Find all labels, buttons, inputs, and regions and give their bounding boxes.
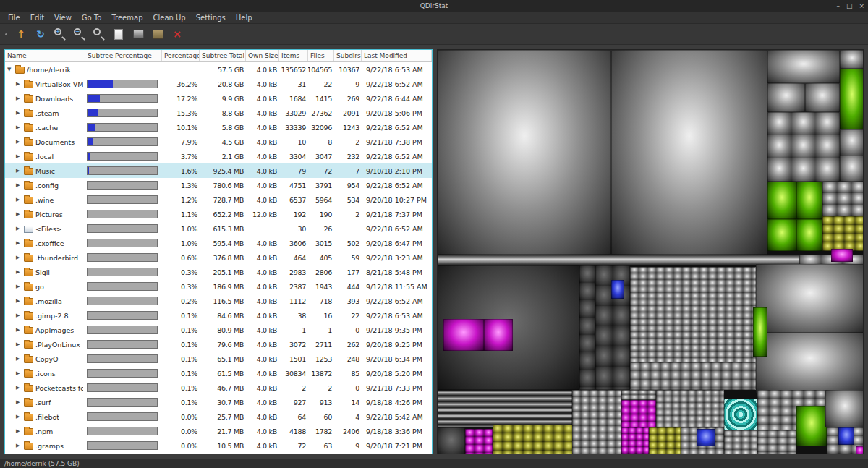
delete-icon[interactable]: ×	[171, 27, 184, 41]
file-icon[interactable]	[112, 27, 125, 41]
expander-icon[interactable]: ▶	[16, 327, 22, 333]
expander-icon[interactable]: ▶	[16, 269, 22, 275]
table-row-gimp-2-8[interactable]: ▶.gimp-2.80.1%84.6 MB4.0 kB3816229/22/18…	[5, 308, 432, 323]
treemap-block[interactable]	[767, 83, 805, 112]
package-icon[interactable]	[151, 27, 164, 41]
column-header-subdirs[interactable]: Subdirs	[334, 50, 362, 61]
treemap-block[interactable]	[630, 362, 756, 390]
table-row-go[interactable]: ▶go0.3%186.9 MB4.0 kB238719434449/12/18 …	[5, 279, 432, 294]
menu-go-to[interactable]: Go To	[77, 13, 107, 22]
table-row-steam[interactable]: ▶.steam15.3%8.8 GB4.0 kB330292736220919/…	[5, 106, 432, 120]
treemap-block[interactable]	[822, 216, 864, 251]
treemap-block[interactable]	[767, 182, 796, 219]
treemap-block[interactable]	[856, 446, 864, 454]
treemap-block[interactable]	[438, 390, 572, 427]
treemap-block[interactable]	[438, 50, 611, 255]
treemap-block[interactable]	[753, 307, 767, 357]
table-row-copyq[interactable]: ▶CopyQ0.1%65.1 MB4.0 kB150112532489/20/1…	[5, 352, 432, 366]
window-close-button[interactable]: ×	[859, 0, 864, 12]
treemap-block[interactable]	[649, 427, 681, 454]
treemap-block[interactable]	[840, 129, 864, 182]
table-row-mozilla[interactable]: ▶.mozilla0.2%116.5 MB4.0 kB11127183939/2…	[5, 294, 432, 308]
expander-icon[interactable]: ▶	[16, 399, 22, 405]
table-row-appimages[interactable]: ▶AppImages0.1%80.9 MB4.0 kB1109/21/18 9:…	[5, 323, 432, 337]
table-row-surf[interactable]: ▶.surf0.1%30.7 MB4.0 kB927913149/18/18 4…	[5, 395, 432, 409]
table-row-files[interactable]: ▶<Files>1.0%615.3 MB30269/22/18 6:52 AM	[5, 221, 432, 236]
table-row-cxoffice[interactable]: ▶.cxoffice1.0%595.4 MB4.0 kB360630155029…	[5, 236, 432, 250]
treemap-block[interactable]	[756, 264, 864, 333]
treemap-block[interactable]	[840, 69, 864, 129]
treemap-block[interactable]	[621, 400, 656, 427]
table-row-local[interactable]: ▶.local3.7%2.1 GB4.0 kB330430472329/22/1…	[5, 149, 432, 163]
expander-icon[interactable]: ▶	[16, 153, 22, 159]
treemap-block[interactable]	[484, 319, 513, 351]
column-header-subtree-percentage[interactable]: Subtree Percentage	[85, 50, 162, 61]
column-header-percentage[interactable]: Percentage▲	[162, 50, 200, 61]
expander-icon[interactable]: ▶	[16, 356, 22, 362]
table-row-filebot[interactable]: ▶.filebot0.0%25.7 MB4.0 kB646049/22/18 5…	[5, 409, 432, 424]
table-row-icons[interactable]: ▶.icons0.1%61.5 MB4.0 kB3083413872859/20…	[5, 366, 432, 380]
treemap-block[interactable]	[840, 50, 864, 69]
treemap-block[interactable]	[656, 390, 724, 427]
treemap-block[interactable]	[724, 430, 757, 454]
treemap-block[interactable]	[611, 50, 767, 255]
expander-icon[interactable]: ▶	[16, 255, 22, 260]
treemap-block[interactable]	[438, 427, 465, 454]
expander-icon[interactable]: ▶	[16, 298, 22, 304]
treemap-block[interactable]	[796, 406, 827, 446]
expander-icon[interactable]: ▶	[16, 443, 22, 448]
treemap-block[interactable]	[796, 219, 822, 251]
table-row-wine[interactable]: ▶.wine1.2%728.7 MB4.0 kB653759645349/20/…	[5, 192, 432, 207]
treemap-block[interactable]	[822, 182, 864, 216]
treemap-block[interactable]	[579, 265, 595, 390]
expander-icon[interactable]: ▶	[16, 211, 22, 217]
table-row-sigil[interactable]: ▶Sigil0.3%205.1 MB4.0 kB298328061778/21/…	[5, 265, 432, 279]
zoom-out-icon[interactable]: −	[73, 27, 86, 41]
table-row-cache[interactable]: ▶.cache10.1%5.8 GB4.0 kB333393209612439/…	[5, 120, 432, 135]
table-row-thunderbird[interactable]: ▶.thunderbird0.6%376.8 MB4.0 kB464405599…	[5, 250, 432, 265]
expander-icon[interactable]: ▶	[16, 385, 22, 391]
expander-icon[interactable]: ▶	[16, 226, 22, 231]
table-row-pictures[interactable]: ▶Pictures1.1%652.2 MB12.0 kB19219029/21/…	[5, 207, 432, 221]
window-minimize-button[interactable]: –	[836, 0, 840, 12]
zoom-reset-icon[interactable]	[93, 27, 106, 41]
menu-file[interactable]: File	[3, 13, 25, 22]
expander-icon[interactable]: ▶	[16, 95, 22, 101]
treemap-block[interactable]	[697, 429, 715, 446]
menu-view[interactable]: View	[49, 13, 77, 22]
treemap-block[interactable]	[493, 425, 575, 454]
treemap-block[interactable]	[838, 427, 854, 445]
column-header-name[interactable]: Name	[5, 50, 85, 61]
expander-icon[interactable]: ▶	[16, 124, 22, 130]
treemap-block[interactable]	[756, 333, 864, 393]
treemap-block[interactable]	[572, 390, 621, 454]
table-row-documents[interactable]: ▶Documents7.9%4.5 GB4.0 kB10829/21/18 7:…	[5, 135, 432, 149]
table-row-npm[interactable]: ▶.npm0.0%21.7 MB4.0 kB4188178224069/18/1…	[5, 424, 432, 438]
treemap-panel[interactable]	[437, 49, 864, 454]
window-maximize-button[interactable]: □	[846, 0, 853, 12]
treemap-block[interactable]	[767, 219, 796, 251]
column-header-own-size[interactable]: Own Size	[246, 50, 279, 61]
expander-icon[interactable]: ▶	[16, 240, 22, 246]
expander-icon[interactable]: ▶	[16, 139, 22, 145]
column-header-files[interactable]: Files	[308, 50, 334, 61]
table-row-downloads[interactable]: ▶Downloads17.2%9.9 GB4.0 kB168414152699/…	[5, 91, 432, 106]
expander-icon[interactable]: ▶	[16, 312, 22, 318]
zoom-in-icon[interactable]: +	[54, 27, 67, 41]
expander-icon[interactable]: ▶	[16, 414, 22, 420]
menu-help[interactable]: Help	[231, 13, 258, 22]
table-row-playonlinux[interactable]: ▶.PlayOnLinux0.1%79.6 MB4.0 kB3072271126…	[5, 337, 432, 352]
treemap-block[interactable]	[767, 112, 840, 182]
table-row-virtualbox-vms[interactable]: ▶VirtualBox VMs36.2%20.8 GB4.0 kB312299/…	[5, 77, 432, 91]
treemap-block[interactable]	[724, 399, 757, 430]
treemap-block[interactable]	[443, 319, 484, 351]
expander-icon[interactable]: ▶	[16, 182, 22, 188]
menu-settings[interactable]: Settings	[191, 13, 231, 22]
column-header-subtree-total[interactable]: Subtree Total	[200, 50, 246, 61]
treemap-block[interactable]	[621, 427, 649, 454]
drive-icon[interactable]	[132, 27, 145, 41]
expander-icon[interactable]: ▶	[16, 81, 22, 87]
expander-icon[interactable]: ▼	[7, 67, 13, 72]
table-row-config[interactable]: ▶.config1.3%780.6 MB4.0 kB475137919549/2…	[5, 178, 432, 192]
column-header-last-modified[interactable]: Last Modified	[362, 50, 432, 61]
